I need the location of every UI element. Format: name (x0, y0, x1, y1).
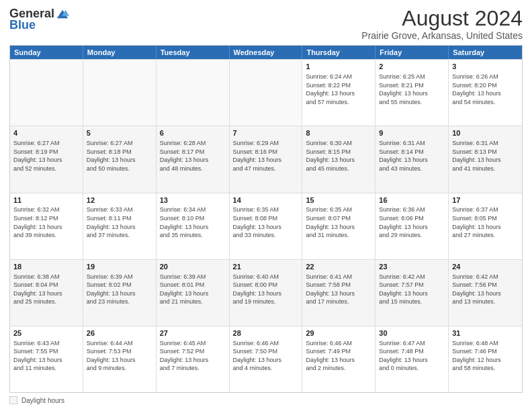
day-info: Sunrise: 6:28 AM Sunset: 8:17 PM Dayligh… (160, 139, 226, 173)
day-info: Sunrise: 6:31 AM Sunset: 8:14 PM Dayligh… (379, 139, 445, 173)
calendar-row-3: 18Sunrise: 6:38 AM Sunset: 8:04 PM Dayli… (10, 259, 522, 326)
day-info: Sunrise: 6:39 AM Sunset: 8:01 PM Dayligh… (160, 273, 226, 306)
cal-cell-7: 7Sunrise: 6:29 AM Sunset: 8:16 PM Daylig… (230, 126, 303, 192)
day-number: 13 (160, 195, 226, 205)
cal-cell-8: 8Sunrise: 6:30 AM Sunset: 8:15 PM Daylig… (302, 126, 375, 192)
day-number: 6 (160, 128, 226, 138)
day-number: 29 (306, 328, 371, 338)
day-info: Sunrise: 6:35 AM Sunset: 8:08 PM Dayligh… (233, 205, 299, 239)
calendar-row-2: 11Sunrise: 6:32 AM Sunset: 8:12 PM Dayli… (10, 193, 522, 259)
subtitle: Prairie Grove, Arkansas, United States (361, 30, 523, 41)
cal-cell-18: 18Sunrise: 6:38 AM Sunset: 8:04 PM Dayli… (10, 260, 83, 326)
day-number: 22 (306, 262, 371, 272)
cal-cell-14: 14Sunrise: 6:35 AM Sunset: 8:08 PM Dayli… (230, 193, 303, 259)
cal-cell-20: 20Sunrise: 6:39 AM Sunset: 8:01 PM Dayli… (157, 260, 230, 326)
cal-cell-13: 13Sunrise: 6:34 AM Sunset: 8:10 PM Dayli… (157, 193, 230, 259)
day-info: Sunrise: 6:36 AM Sunset: 8:06 PM Dayligh… (379, 205, 445, 239)
day-number: 21 (233, 262, 299, 272)
header-day-thursday: Thursday (302, 46, 375, 59)
day-info: Sunrise: 6:29 AM Sunset: 8:16 PM Dayligh… (233, 139, 299, 173)
cal-cell-25: 25Sunrise: 6:43 AM Sunset: 7:55 PM Dayli… (10, 326, 83, 392)
header: General Blue August 2024 Prairie Grove, … (9, 7, 523, 41)
day-number: 25 (13, 328, 79, 338)
day-info: Sunrise: 6:37 AM Sunset: 8:05 PM Dayligh… (452, 205, 519, 239)
cal-cell-21: 21Sunrise: 6:40 AM Sunset: 8:00 PM Dayli… (230, 260, 303, 326)
calendar-row-1: 4Sunrise: 6:27 AM Sunset: 8:19 PM Daylig… (10, 126, 522, 192)
cal-cell-3: 3Sunrise: 6:26 AM Sunset: 8:20 PM Daylig… (449, 60, 522, 126)
day-info: Sunrise: 6:35 AM Sunset: 8:07 PM Dayligh… (306, 205, 371, 239)
cal-cell-1: 1Sunrise: 6:24 AM Sunset: 8:22 PM Daylig… (302, 60, 375, 126)
day-info: Sunrise: 6:45 AM Sunset: 7:52 PM Dayligh… (160, 339, 226, 373)
day-info: Sunrise: 6:34 AM Sunset: 8:10 PM Dayligh… (160, 205, 226, 239)
cal-cell-23: 23Sunrise: 6:42 AM Sunset: 7:57 PM Dayli… (375, 260, 449, 326)
day-info: Sunrise: 6:46 AM Sunset: 7:49 PM Dayligh… (306, 339, 371, 373)
day-info: Sunrise: 6:47 AM Sunset: 7:48 PM Dayligh… (379, 339, 445, 373)
day-number: 18 (13, 262, 79, 272)
main-title: August 2024 (361, 7, 523, 30)
header-day-tuesday: Tuesday (157, 46, 230, 59)
day-info: Sunrise: 6:40 AM Sunset: 8:00 PM Dayligh… (233, 273, 299, 306)
logo-icon (56, 7, 69, 21)
cal-cell-29: 29Sunrise: 6:46 AM Sunset: 7:49 PM Dayli… (302, 326, 375, 392)
day-info: Sunrise: 6:39 AM Sunset: 8:02 PM Dayligh… (87, 273, 152, 306)
day-number: 17 (452, 195, 519, 205)
cal-cell-17: 17Sunrise: 6:37 AM Sunset: 8:05 PM Dayli… (449, 193, 522, 259)
calendar-row-4: 25Sunrise: 6:43 AM Sunset: 7:55 PM Dayli… (10, 326, 522, 392)
day-number: 27 (160, 328, 226, 338)
cal-cell-empty-r0c1 (83, 60, 157, 126)
cal-cell-30: 30Sunrise: 6:47 AM Sunset: 7:48 PM Dayli… (375, 326, 449, 392)
day-number: 14 (233, 195, 299, 205)
day-number: 11 (13, 195, 79, 205)
day-number: 4 (13, 128, 79, 138)
cal-cell-6: 6Sunrise: 6:28 AM Sunset: 8:17 PM Daylig… (157, 126, 230, 192)
day-info: Sunrise: 6:27 AM Sunset: 8:19 PM Dayligh… (13, 139, 79, 173)
day-info: Sunrise: 6:48 AM Sunset: 7:46 PM Dayligh… (452, 339, 519, 373)
day-number: 30 (379, 328, 445, 338)
day-number: 20 (160, 262, 226, 272)
day-info: Sunrise: 6:31 AM Sunset: 8:13 PM Dayligh… (452, 139, 519, 173)
header-day-friday: Friday (375, 46, 449, 59)
cal-cell-9: 9Sunrise: 6:31 AM Sunset: 8:14 PM Daylig… (375, 126, 449, 192)
day-info: Sunrise: 6:38 AM Sunset: 8:04 PM Dayligh… (13, 273, 79, 306)
day-info: Sunrise: 6:33 AM Sunset: 8:11 PM Dayligh… (87, 205, 152, 239)
day-info: Sunrise: 6:44 AM Sunset: 7:53 PM Dayligh… (87, 339, 152, 373)
cal-cell-31: 31Sunrise: 6:48 AM Sunset: 7:46 PM Dayli… (449, 326, 522, 392)
day-number: 26 (87, 328, 152, 338)
day-info: Sunrise: 6:24 AM Sunset: 8:22 PM Dayligh… (306, 73, 371, 106)
page: General Blue August 2024 Prairie Grove, … (0, 0, 532, 411)
day-number: 19 (87, 262, 152, 272)
header-day-wednesday: Wednesday (230, 46, 303, 59)
day-info: Sunrise: 6:30 AM Sunset: 8:15 PM Dayligh… (306, 139, 371, 173)
day-number: 31 (452, 328, 519, 338)
cal-cell-22: 22Sunrise: 6:41 AM Sunset: 7:58 PM Dayli… (302, 260, 375, 326)
day-info: Sunrise: 6:25 AM Sunset: 8:21 PM Dayligh… (379, 73, 445, 106)
day-number: 2 (379, 62, 445, 72)
legend-box (9, 396, 17, 404)
cal-cell-4: 4Sunrise: 6:27 AM Sunset: 8:19 PM Daylig… (10, 126, 83, 192)
day-number: 23 (379, 262, 445, 272)
cal-cell-19: 19Sunrise: 6:39 AM Sunset: 8:02 PM Dayli… (83, 260, 157, 326)
cal-cell-empty-r0c3 (230, 60, 303, 126)
calendar-header: SundayMondayTuesdayWednesdayThursdayFrid… (10, 46, 522, 59)
day-info: Sunrise: 6:26 AM Sunset: 8:20 PM Dayligh… (452, 73, 519, 106)
cal-cell-12: 12Sunrise: 6:33 AM Sunset: 8:11 PM Dayli… (83, 193, 157, 259)
day-number: 16 (379, 195, 445, 205)
cal-cell-26: 26Sunrise: 6:44 AM Sunset: 7:53 PM Dayli… (83, 326, 157, 392)
logo: General Blue (9, 7, 69, 32)
header-day-saturday: Saturday (449, 46, 522, 59)
cal-cell-2: 2Sunrise: 6:25 AM Sunset: 8:21 PM Daylig… (375, 60, 449, 126)
day-number: 9 (379, 128, 445, 138)
day-number: 8 (306, 128, 371, 138)
day-info: Sunrise: 6:46 AM Sunset: 7:50 PM Dayligh… (233, 339, 299, 373)
cal-cell-15: 15Sunrise: 6:35 AM Sunset: 8:07 PM Dayli… (302, 193, 375, 259)
cal-cell-16: 16Sunrise: 6:36 AM Sunset: 8:06 PM Dayli… (375, 193, 449, 259)
cal-cell-11: 11Sunrise: 6:32 AM Sunset: 8:12 PM Dayli… (10, 193, 83, 259)
cal-cell-27: 27Sunrise: 6:45 AM Sunset: 7:52 PM Dayli… (157, 326, 230, 392)
cal-cell-10: 10Sunrise: 6:31 AM Sunset: 8:13 PM Dayli… (449, 126, 522, 192)
header-day-sunday: Sunday (10, 46, 83, 59)
logo-blue-text: Blue (9, 18, 36, 32)
day-number: 28 (233, 328, 299, 338)
day-number: 24 (452, 262, 519, 272)
calendar: SundayMondayTuesdayWednesdayThursdayFrid… (9, 45, 523, 393)
calendar-row-0: 1Sunrise: 6:24 AM Sunset: 8:22 PM Daylig… (10, 59, 522, 126)
